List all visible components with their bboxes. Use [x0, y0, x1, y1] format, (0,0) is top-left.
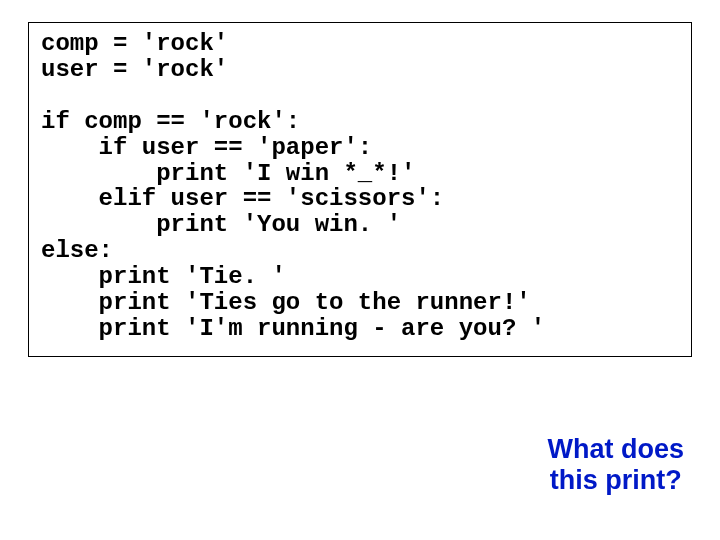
code-box: comp = 'rock' user = 'rock' if comp == '…	[28, 22, 692, 357]
code-line: print 'Tie. '	[41, 263, 286, 290]
code-line: if user == 'paper':	[41, 134, 372, 161]
code-line: print 'I win *_*!'	[41, 160, 415, 187]
question-text: What does this print?	[547, 434, 684, 496]
code-line: print 'Ties go to the runner!'	[41, 289, 531, 316]
code-line: comp = 'rock'	[41, 30, 228, 57]
code-line: if comp == 'rock':	[41, 108, 300, 135]
slide: comp = 'rock' user = 'rock' if comp == '…	[0, 0, 720, 540]
code-line: else:	[41, 237, 113, 264]
code-line: elif user == 'scissors':	[41, 185, 444, 212]
code-line: print 'I'm running - are you? '	[41, 315, 545, 342]
question-line: What does	[547, 434, 684, 465]
code-line: print 'You win. '	[41, 211, 401, 238]
question-line: this print?	[547, 465, 684, 496]
code-snippet: comp = 'rock' user = 'rock' if comp == '…	[41, 31, 679, 342]
code-line: user = 'rock'	[41, 56, 228, 83]
